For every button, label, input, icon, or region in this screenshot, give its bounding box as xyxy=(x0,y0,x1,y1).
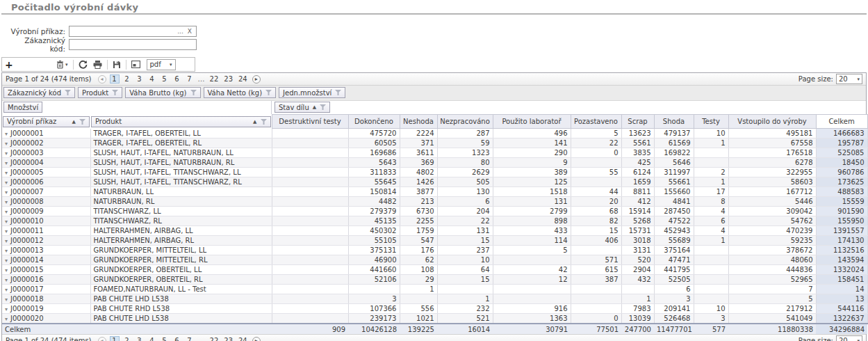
value-cell[interactable]: 470239 xyxy=(728,226,816,236)
value-cell[interactable]: 22 xyxy=(437,216,493,226)
row-expand-icon[interactable]: ▾ xyxy=(5,189,8,196)
row-expand-icon[interactable]: ▾ xyxy=(5,296,8,303)
value-cell[interactable]: 10 xyxy=(694,129,728,138)
value-cell[interactable] xyxy=(348,285,400,294)
value-cell[interactable]: 475720 xyxy=(348,129,400,138)
export-format-select[interactable]: pdf ▾ xyxy=(147,59,176,70)
filter-icon[interactable] xyxy=(265,90,272,95)
row-expand-icon[interactable]: ▾ xyxy=(5,277,8,283)
filter-icon[interactable] xyxy=(65,90,71,95)
product-cell[interactable]: GRUNDKOERPER, OBERTEIL, RL xyxy=(90,275,272,285)
order-field[interactable]: ... X xyxy=(69,26,197,37)
column-header-testy[interactable]: Testy xyxy=(694,115,728,129)
pager-page-3[interactable]: 3 xyxy=(135,336,145,341)
value-cell[interactable]: 375164 xyxy=(654,246,694,255)
customer-field[interactable] xyxy=(69,39,197,50)
order-cell[interactable]: ▾J0000001 xyxy=(2,129,90,138)
value-cell[interactable]: 1021 xyxy=(400,314,437,324)
value-cell[interactable]: 20 xyxy=(571,197,621,207)
value-cell[interactable]: 5 xyxy=(571,129,621,138)
value-cell[interactable] xyxy=(571,294,621,304)
value-cell[interactable]: 3 xyxy=(694,314,728,324)
value-cell[interactable]: 114 xyxy=(493,236,571,246)
value-cell[interactable]: 107366 xyxy=(348,304,400,314)
value-cell[interactable]: 29 xyxy=(400,275,437,285)
clear-button[interactable]: X xyxy=(186,27,194,35)
value-cell[interactable]: 52965 xyxy=(728,275,816,285)
value-cell[interactable]: 213 xyxy=(400,197,437,207)
pager-page-6[interactable]: 6 xyxy=(172,336,182,341)
value-cell[interactable] xyxy=(571,177,621,187)
order-cell[interactable]: ▾J0000008 xyxy=(2,197,90,207)
order-cell[interactable]: ▾J0000013 xyxy=(2,246,90,255)
value-cell[interactable] xyxy=(272,177,348,187)
value-cell[interactable]: 13623 xyxy=(621,129,654,138)
product-cell[interactable]: HALTERRAHMEN, AIRBAG, RL xyxy=(90,236,272,246)
value-cell[interactable]: 14 xyxy=(816,285,867,294)
value-cell[interactable]: 80 xyxy=(437,158,493,168)
value-cell[interactable]: 108 xyxy=(400,265,437,275)
value-cell[interactable] xyxy=(437,285,493,294)
product-cell[interactable]: SLUSH, HAUT, I-TAFEL, TITANSCHWARZ, RL xyxy=(90,177,272,187)
row-expand-icon[interactable]: ▾ xyxy=(5,180,8,186)
group-chip-jedn-mnozstvi[interactable]: Jedn.množství xyxy=(279,87,345,98)
value-cell[interactable] xyxy=(694,275,728,285)
value-cell[interactable]: 64 xyxy=(437,265,493,275)
table-row[interactable]: ▾J0000001TRAGER, I-TAFEL, OBERTEIL, LL47… xyxy=(2,129,867,138)
value-cell[interactable]: 441795 xyxy=(654,265,694,275)
order-cell[interactable]: ▾J0000006 xyxy=(2,177,90,187)
delete-dropdown-icon[interactable]: ▾ xyxy=(65,62,68,68)
row-expand-icon[interactable]: ▾ xyxy=(5,228,8,235)
row-expand-icon[interactable]: ▾ xyxy=(5,199,8,205)
value-cell[interactable]: 2799 xyxy=(493,207,571,216)
value-cell[interactable]: 2255 xyxy=(400,216,437,226)
value-cell[interactable]: 13 xyxy=(816,294,867,304)
value-cell[interactable]: 322955 xyxy=(728,168,816,177)
table-row[interactable]: ▾J0000011HALTERRAHMEN, AIRBAG, LL4503021… xyxy=(2,226,867,236)
value-cell[interactable]: 0 xyxy=(571,314,621,324)
value-cell[interactable]: 155950 xyxy=(816,216,867,226)
pager-next-button[interactable]: ▸ xyxy=(252,75,261,84)
filter-icon[interactable] xyxy=(261,119,267,125)
value-cell[interactable]: 1332024 xyxy=(816,265,867,275)
value-cell[interactable]: 6124 xyxy=(621,168,654,177)
value-cell[interactable]: 52106 xyxy=(348,275,400,285)
filter-icon[interactable] xyxy=(190,90,197,95)
product-cell[interactable]: TITANSCHWARZ, RL xyxy=(90,216,272,226)
value-cell[interactable]: 916 xyxy=(493,304,571,314)
value-cell[interactable]: 371 xyxy=(400,138,437,148)
value-cell[interactable] xyxy=(272,129,348,138)
value-cell[interactable]: 209141 xyxy=(654,304,694,314)
value-cell[interactable]: 7 xyxy=(728,285,816,294)
value-cell[interactable]: 5 xyxy=(728,294,816,304)
value-cell[interactable]: 526468 xyxy=(654,314,694,324)
value-cell[interactable]: 479137 xyxy=(654,129,694,138)
value-cell[interactable]: 521 xyxy=(437,314,493,324)
order-cell[interactable]: ▾J0000019 xyxy=(2,304,90,314)
value-cell[interactable] xyxy=(493,285,571,294)
order-cell[interactable]: ▾J0000016 xyxy=(2,275,90,285)
value-cell[interactable]: 375131 xyxy=(348,246,400,255)
value-cell[interactable] xyxy=(621,285,654,294)
value-cell[interactable]: 4 xyxy=(694,207,728,216)
value-cell[interactable]: 15 xyxy=(437,236,493,246)
value-cell[interactable] xyxy=(272,207,348,216)
product-cell[interactable]: SLUSH, HAUT, I-TAFEL, NATURBRAUN, LL xyxy=(90,148,272,158)
row-expand-icon[interactable]: ▾ xyxy=(5,219,8,225)
product-cell[interactable]: SLUSH, HAUT, I-TAFEL, TITANSCHWARZ, LL xyxy=(90,168,272,177)
table-row[interactable]: ▾J0000005SLUSH, HAUT, I-TAFEL, TITANSCHW… xyxy=(2,168,867,177)
filter-icon[interactable] xyxy=(112,90,118,95)
table-row[interactable]: ▾J0000004SLUSH, HAUT, I-TAFEL, NATURBRAU… xyxy=(2,158,867,168)
value-cell[interactable]: 1466683 xyxy=(816,129,867,138)
value-cell[interactable]: 495181 xyxy=(728,129,816,138)
table-row[interactable]: ▾J0000007NATURBRAUN, LL15081438771301518… xyxy=(2,187,867,197)
customer-input[interactable] xyxy=(72,40,194,49)
order-cell[interactable]: ▾J0000009 xyxy=(2,207,90,216)
table-row[interactable]: ▾J0000002TRAGER, I-TAFEL, OBERTEIL, RL60… xyxy=(2,138,867,148)
value-cell[interactable]: 167712 xyxy=(728,187,816,197)
value-cell[interactable] xyxy=(571,158,621,168)
value-cell[interactable]: 6 xyxy=(437,197,493,207)
product-cell[interactable]: TRAGER, I-TAFEL, OBERTEIL, RL xyxy=(90,138,272,148)
value-cell[interactable]: 369 xyxy=(400,158,437,168)
value-cell[interactable]: 82 xyxy=(571,216,621,226)
